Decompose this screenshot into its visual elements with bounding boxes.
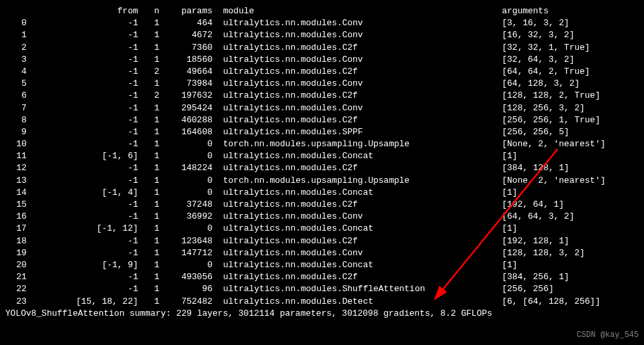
table-row: 6-12197632ultralytics.nn.modules.C2f[128… [5,90,639,102]
cell-idx: 16 [5,211,27,223]
cell-from: -1 [27,235,138,247]
cell-params: 148224 [159,162,212,174]
cell-n: 1 [138,259,159,271]
cell-params: 197632 [159,90,212,102]
table-header: fromnparamsmodulearguments [5,5,639,17]
watermark-text: CSDN @kay_545 [576,330,639,341]
cell-idx: 7 [5,102,27,114]
cell-from: [-1, 4] [27,187,138,199]
cell-from: -1 [27,175,138,187]
cell-args: [192, 64, 1] [502,199,564,211]
cell-params: 752482 [159,296,212,308]
cell-params: 49664 [159,66,212,78]
cell-from: [15, 18, 22] [27,296,138,308]
table-row: 7-11295424ultralytics.nn.modules.Conv[12… [5,102,639,114]
table-row: 11[-1, 6]10ultralytics.nn.modules.Concat… [5,150,639,162]
cell-from: -1 [27,42,138,54]
cell-args: [384, 128, 1] [502,162,569,174]
header-module: module [212,5,502,17]
table-row: 8-11460288ultralytics.nn.modules.C2f[256… [5,114,639,126]
cell-n: 1 [138,187,159,199]
cell-from: -1 [27,102,138,114]
cell-params: 147712 [159,247,212,259]
cell-n: 1 [138,114,159,126]
cell-params: 18560 [159,54,212,66]
summary-line: YOLOv8_ShuffleAttention summary: 229 lay… [5,308,639,320]
cell-idx: 13 [5,175,27,187]
cell-args: [None, 2, 'nearest'] [502,138,605,150]
cell-args: [32, 64, 3, 2] [502,54,574,66]
cell-from: -1 [27,138,138,150]
cell-idx: 11 [5,150,27,162]
cell-params: 96 [159,283,212,295]
cell-idx: 8 [5,114,27,126]
cell-n: 1 [138,199,159,211]
cell-n: 1 [138,162,159,174]
cell-from: -1 [27,211,138,223]
cell-args: [64, 64, 3, 2] [502,211,574,223]
cell-module: ultralytics.nn.modules.C2f [212,114,502,126]
cell-n: 1 [138,283,159,295]
cell-args: [192, 128, 1] [502,235,569,247]
cell-idx: 18 [5,235,27,247]
table-row: 17[-1, 12]10ultralytics.nn.modules.Conca… [5,223,639,235]
header-idx [5,5,27,17]
table-row: 20[-1, 9]10ultralytics.nn.modules.Concat… [5,259,639,271]
cell-module: torch.nn.modules.upsampling.Upsample [212,175,502,187]
cell-n: 1 [138,29,159,41]
table-row: 18-11123648ultralytics.nn.modules.C2f[19… [5,235,639,247]
cell-from: -1 [27,199,138,211]
cell-module: ultralytics.nn.modules.Conv [212,102,502,114]
cell-module: ultralytics.nn.modules.Concat [212,259,502,271]
table-row: 0-11464ultralytics.nn.modules.Conv[3, 16… [5,17,639,29]
cell-args: [32, 32, 1, True] [502,42,590,54]
cell-idx: 0 [5,17,27,29]
cell-idx: 10 [5,138,27,150]
cell-args: [6, [64, 128, 256]] [502,296,600,308]
cell-from: -1 [27,17,138,29]
table-row: 15-1137248ultralytics.nn.modules.C2f[192… [5,199,639,211]
cell-args: [64, 64, 2, True] [502,66,590,78]
header-params: params [159,5,212,17]
cell-args: [1] [502,223,517,235]
cell-module: ultralytics.nn.modules.Conv [212,247,502,259]
table-row: 9-11164608ultralytics.nn.modules.SPPF[25… [5,126,639,138]
cell-n: 2 [138,66,159,78]
cell-n: 1 [138,296,159,308]
cell-n: 1 [138,17,159,29]
cell-n: 1 [138,247,159,259]
cell-idx: 21 [5,271,27,283]
cell-n: 1 [138,235,159,247]
cell-n: 1 [138,138,159,150]
cell-params: 460288 [159,114,212,126]
header-n: n [138,5,159,17]
cell-n: 1 [138,150,159,162]
cell-args: [1] [502,150,517,162]
table-row: 19-11147712ultralytics.nn.modules.Conv[1… [5,247,639,259]
cell-module: ultralytics.nn.modules.Concat [212,223,502,235]
cell-module: torch.nn.modules.upsampling.Upsample [212,138,502,150]
cell-module: ultralytics.nn.modules.Conv [212,29,502,41]
cell-from: -1 [27,283,138,295]
cell-from: -1 [27,114,138,126]
table-row: 10-110torch.nn.modules.upsampling.Upsamp… [5,138,639,150]
cell-module: ultralytics.nn.modules.C2f [212,235,502,247]
cell-idx: 5 [5,78,27,90]
cell-idx: 14 [5,187,27,199]
table-row: 21-11493056ultralytics.nn.modules.C2f[38… [5,271,639,283]
cell-idx: 1 [5,29,27,41]
cell-idx: 22 [5,283,27,295]
table-row: 1-114672ultralytics.nn.modules.Conv[16, … [5,29,639,41]
cell-args: [3, 16, 3, 2] [502,17,569,29]
cell-n: 1 [138,271,159,283]
cell-n: 1 [138,126,159,138]
cell-n: 1 [138,211,159,223]
cell-module: ultralytics.nn.modules.Conv [212,17,502,29]
cell-module: ultralytics.nn.modules.Concat [212,187,502,199]
cell-module: ultralytics.nn.modules.Conv [212,211,502,223]
cell-args: [1] [502,259,517,271]
cell-from: -1 [27,247,138,259]
cell-params: 4672 [159,29,212,41]
cell-idx: 19 [5,247,27,259]
cell-params: 0 [159,259,212,271]
